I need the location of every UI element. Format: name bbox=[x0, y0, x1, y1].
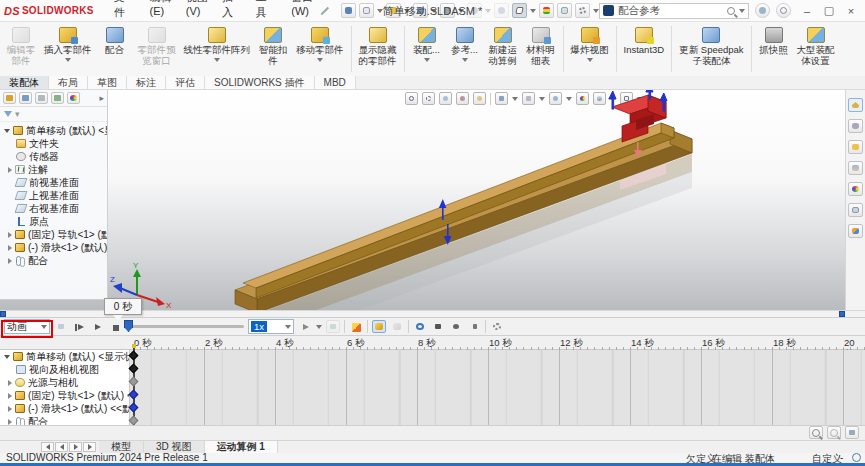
configuration-manager-tab-icon[interactable] bbox=[35, 92, 48, 104]
tree-filter-row[interactable]: ▾ bbox=[0, 107, 107, 122]
take-snapshot-button[interactable]: 抓快照 bbox=[755, 25, 793, 56]
property-manager-tab-icon[interactable] bbox=[19, 92, 32, 104]
tree-item-annotations[interactable]: 注解 bbox=[0, 163, 107, 176]
insert-components-button[interactable]: 插入零部件 bbox=[40, 25, 96, 62]
contact-icon[interactable] bbox=[449, 320, 463, 333]
expand-icon[interactable] bbox=[4, 355, 10, 359]
study-type-combo[interactable]: 动画 bbox=[4, 319, 50, 334]
expand-icon[interactable] bbox=[8, 258, 12, 264]
mm-item-orientation-camera-views[interactable]: 视向及相机视图 bbox=[0, 363, 129, 376]
next-tab-icon[interactable] bbox=[69, 442, 82, 452]
timeline-zoom-in-icon[interactable] bbox=[809, 426, 823, 439]
smart-fasteners-button[interactable]: 智能扣 件 bbox=[254, 25, 292, 66]
save-dropdown-caret[interactable] bbox=[431, 9, 437, 13]
open-dropdown-caret[interactable] bbox=[404, 9, 410, 13]
tab-sketch[interactable]: 草图 bbox=[88, 76, 127, 89]
timeline-zoom-fit-icon[interactable] bbox=[845, 426, 859, 439]
tab-assembly[interactable]: 装配体 bbox=[0, 76, 49, 89]
minimize-button[interactable]: – bbox=[797, 3, 817, 19]
mm-item-rail[interactable]: (固定) 导轨<1> (默认) < bbox=[0, 389, 129, 402]
last-tab-icon[interactable] bbox=[83, 442, 96, 452]
new-motion-study-button[interactable]: 新建运 动算例 bbox=[484, 25, 522, 66]
motor-icon[interactable] bbox=[413, 320, 427, 333]
pin-menu-icon[interactable] bbox=[321, 6, 334, 19]
options-gear-icon[interactable] bbox=[575, 3, 590, 18]
tree-item-origin[interactable]: 原点 bbox=[0, 215, 107, 228]
taskpane-home-icon[interactable] bbox=[848, 98, 863, 112]
gravity-icon[interactable] bbox=[467, 320, 481, 333]
large-assembly-settings-button[interactable]: 大型装配 体设置 bbox=[793, 25, 839, 66]
bill-of-materials-button[interactable]: 材料明 细表 bbox=[522, 25, 560, 66]
search-dropdown-caret[interactable] bbox=[739, 9, 745, 13]
timebar-slider[interactable] bbox=[126, 325, 244, 328]
feature-tree-tab-icon[interactable] bbox=[3, 92, 16, 104]
expand-icon[interactable] bbox=[8, 380, 12, 386]
select-tool-icon[interactable] bbox=[512, 3, 527, 18]
tree-item-front-plane[interactable]: 前视基准面 bbox=[0, 176, 107, 189]
tab-annotation[interactable]: 标注 bbox=[127, 76, 166, 89]
tree-item-rail[interactable]: (固定) 导轨<1> (默认) <<默认>_ bbox=[0, 228, 107, 241]
expand-icon[interactable] bbox=[8, 245, 12, 251]
tab-layout[interactable]: 布局 bbox=[49, 76, 88, 89]
view-palette-icon[interactable] bbox=[848, 161, 863, 175]
expand-icon[interactable] bbox=[8, 406, 12, 412]
home-icon[interactable] bbox=[341, 3, 356, 18]
select-dropdown-caret[interactable] bbox=[530, 9, 536, 13]
expand-icon[interactable] bbox=[8, 167, 12, 173]
close-button[interactable]: × bbox=[841, 3, 861, 19]
search-command-box[interactable]: 配合参考 bbox=[599, 3, 749, 19]
search-input[interactable]: 配合参考 bbox=[618, 4, 723, 18]
timeline-zoom-out-icon[interactable] bbox=[827, 426, 841, 439]
tab-solidworks-addins[interactable]: SOLIDWORKS 插件 bbox=[205, 76, 315, 89]
first-tab-icon[interactable] bbox=[41, 442, 54, 452]
split-handle-left[interactable] bbox=[0, 311, 6, 317]
prev-tab-icon[interactable] bbox=[55, 442, 68, 452]
split-handle-right[interactable] bbox=[839, 311, 845, 317]
playback-speed-combo[interactable]: 1x bbox=[248, 319, 294, 334]
autokey-icon[interactable] bbox=[372, 320, 386, 333]
user-account-icon[interactable] bbox=[755, 3, 770, 18]
results-plots-icon[interactable] bbox=[431, 320, 445, 333]
exploded-view-button[interactable]: 爆炸视图 bbox=[567, 25, 613, 62]
tree-item-mates[interactable]: 配合 bbox=[0, 254, 107, 267]
expand-icon[interactable] bbox=[8, 393, 12, 399]
playback-mode-icon[interactable] bbox=[298, 320, 312, 333]
expand-icon[interactable] bbox=[8, 419, 12, 425]
help-icon[interactable] bbox=[776, 3, 791, 18]
expand-icon[interactable] bbox=[8, 232, 12, 238]
print-dropdown-caret[interactable] bbox=[458, 9, 464, 13]
timeline-grid[interactable] bbox=[130, 350, 865, 425]
tree-item-assembly-root[interactable]: 简单移动 (默认) <显示状态-1> bbox=[0, 124, 107, 137]
tab-strip-overflow-icon[interactable]: ▸ bbox=[99, 93, 104, 103]
tab-mbd[interactable]: MBD bbox=[315, 76, 356, 89]
move-component-button[interactable]: 移动零部件 bbox=[292, 25, 348, 62]
file-properties-icon[interactable] bbox=[557, 3, 572, 18]
design-library-icon[interactable] bbox=[848, 119, 863, 133]
study-type-caret[interactable] bbox=[41, 325, 47, 329]
play-icon[interactable] bbox=[90, 320, 104, 333]
assembly-model[interactable]: Y X Z bbox=[110, 90, 845, 310]
assembly-features-button[interactable]: 装配... bbox=[408, 25, 446, 62]
custom-properties-icon[interactable] bbox=[848, 203, 863, 217]
maximize-button[interactable]: ▢ bbox=[819, 3, 839, 19]
update-speedpak-button[interactable]: 更新 Speedpak 子装配体 bbox=[675, 25, 747, 66]
mm-item-slider[interactable]: (-) 滑块<1> (默认) <<默 bbox=[0, 402, 129, 415]
mm-item-lights-cameras[interactable]: 光源与相机 bbox=[0, 376, 129, 389]
file-explorer-icon[interactable] bbox=[848, 140, 863, 154]
filter-funnel-icon[interactable] bbox=[4, 111, 12, 117]
motion-study-properties-icon[interactable] bbox=[490, 320, 504, 333]
dimxpert-tab-icon[interactable] bbox=[51, 92, 64, 104]
status-globe-icon[interactable] bbox=[852, 453, 861, 462]
print-icon[interactable] bbox=[440, 3, 455, 18]
timebar-slider-handle[interactable] bbox=[124, 320, 133, 332]
reference-geometry-button[interactable]: 参考... bbox=[446, 25, 484, 62]
play-from-start-icon[interactable] bbox=[72, 320, 86, 333]
open-icon[interactable] bbox=[386, 3, 401, 18]
animation-wizard-icon[interactable] bbox=[349, 320, 363, 333]
tab-motion-study-1[interactable]: 运动算例 1 bbox=[205, 441, 278, 453]
stop-icon[interactable] bbox=[108, 320, 122, 333]
tree-item-sensors[interactable]: 传感器 bbox=[0, 150, 107, 163]
save-icon[interactable] bbox=[413, 3, 428, 18]
linear-component-pattern-button[interactable]: 线性零部件阵列 bbox=[180, 25, 255, 62]
tab-evaluate[interactable]: 评估 bbox=[166, 76, 205, 89]
